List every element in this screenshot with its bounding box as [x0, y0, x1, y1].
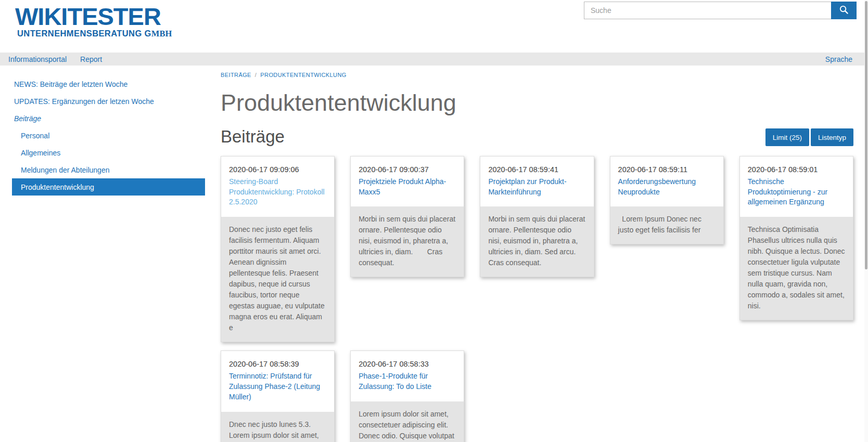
article-excerpt: Dnec nec justo lunes 5.3. Lorem ipsum do… — [221, 412, 334, 442]
breadcrumb-item-beitraege[interactable]: BEITRÄGE — [221, 72, 251, 78]
logo-wordmark: WIKITESTER — [15, 4, 172, 30]
article-excerpt: Lorem ipsum dolor sit amet, consectetuer… — [351, 401, 464, 442]
section-title: Beiträge — [221, 127, 853, 147]
search-box — [584, 2, 857, 19]
article-title-link[interactable]: Technische Produktoptimierung - zur allg… — [748, 177, 845, 208]
article-card: 2020-06-17 09:00:37 Projektziele Produkt… — [350, 156, 464, 278]
search-icon — [839, 5, 849, 16]
breadcrumb-separator: / — [255, 72, 257, 78]
page-title: Produktententwicklung — [221, 89, 853, 116]
article-card: 2020-06-17 08:58:33 Phase-1-Produkte für… — [350, 350, 464, 442]
limit-button[interactable]: Limit (25) — [765, 128, 809, 146]
article-title-link[interactable]: Terminnotiz: Prüfstand für Zulassung Pha… — [229, 371, 326, 402]
sidebar-item-updates[interactable]: UPDATES: Ergänzungen der letzen Woche — [12, 93, 205, 110]
nav-item-informationsportal[interactable]: Informationsportal — [8, 55, 67, 63]
article-excerpt: Morbi in sem quis dui placerat ornare. P… — [351, 206, 464, 277]
article-date: 2020-06-17 08:59:01 — [748, 164, 845, 175]
listtype-button[interactable]: Listentyp — [811, 128, 853, 146]
article-card: 2020-06-17 08:59:11 Anforderungsbewertun… — [610, 156, 724, 245]
top-navbar: Informationsportal Report Sprache — [0, 53, 868, 66]
article-date: 2020-06-17 08:58:39 — [229, 359, 326, 370]
article-excerpt: Morbi in sem quis dui placerat ornare. P… — [480, 206, 593, 277]
company-logo[interactable]: WIKITESTER UNTERNEHMENSBERATUNG GMBH — [15, 3, 172, 39]
article-excerpt: Lorem Ipsum Donec nec justo eget felis f… — [610, 206, 723, 244]
sidebar-item-beitraege[interactable]: Beiträge — [12, 110, 205, 127]
article-date: 2020-06-17 09:00:37 — [359, 164, 456, 175]
article-title-link[interactable]: Steering-Board Produktentwicklung: Proto… — [229, 177, 326, 208]
sidebar-item-allgemeines[interactable]: Allgemeines — [12, 144, 205, 161]
search-button[interactable] — [831, 2, 857, 19]
article-card: 2020-06-17 08:59:01 Technische Produktop… — [739, 156, 853, 321]
article-date: 2020-06-17 08:59:11 — [618, 164, 716, 175]
article-card: 2020-06-17 08:59:41 Projektplan zur Prod… — [480, 156, 594, 278]
sidebar-item-meldungen[interactable]: Meldungen der Abteilungen — [12, 161, 205, 178]
sidebar-navigation: NEWS: Beiträge der letzten Woche UPDATES… — [12, 67, 205, 196]
breadcrumb-item-produktentwicklung[interactable]: PRODUKTENTENTWICKLUNG — [260, 72, 346, 78]
nav-item-sprache[interactable]: Sprache — [825, 55, 852, 63]
scrollbar-thumb[interactable] — [865, 1, 867, 269]
header: WIKITESTER UNTERNEHMENSBERATUNG GMBH — [0, 0, 868, 53]
article-card: 2020-06-17 09:09:06 Steering-Board Produ… — [221, 156, 335, 343]
vertical-scrollbar[interactable] — [864, 0, 868, 442]
breadcrumb: BEITRÄGE/PRODUKTENTENTWICKLUNG — [221, 72, 853, 78]
nav-item-report[interactable]: Report — [80, 55, 102, 63]
sidebar-item-produktentwicklung-active[interactable]: Produktententwicklung — [12, 178, 205, 196]
logo-subtitle: UNTERNEHMENSBERATUNG GMBH — [17, 29, 172, 39]
search-input[interactable] — [584, 2, 831, 19]
logo-subtitle-suffix: MBH — [151, 29, 172, 38]
article-date: 2020-06-17 08:59:41 — [488, 164, 585, 175]
article-date: 2020-06-17 09:09:06 — [229, 164, 326, 175]
article-title-link[interactable]: Projektplan zur Produkt-Markteinführung — [488, 177, 585, 198]
sidebar-item-news[interactable]: NEWS: Beiträge der letzten Woche — [12, 75, 205, 93]
article-card-grid: 2020-06-17 09:09:06 Steering-Board Produ… — [221, 156, 853, 442]
article-date: 2020-06-17 08:58:33 — [359, 359, 456, 370]
article-title-link[interactable]: Anforderungsbewertung Neuprodukte — [618, 177, 716, 198]
list-toolbar: Limit (25) Listentyp — [765, 128, 853, 146]
article-excerpt: Technisca Optimisatia Phasellus ultrices… — [740, 217, 853, 320]
article-excerpt: Donec nec justo eget felis facilisis fer… — [221, 217, 334, 342]
article-title-link[interactable]: Projektziele Produkt Alpha-Maxx5 — [359, 177, 456, 198]
article-title-link[interactable]: Phase-1-Produkte für Zulassung: To do Li… — [359, 371, 456, 392]
article-card: 2020-06-17 08:58:39 Terminnotiz: Prüfsta… — [221, 350, 335, 442]
main-content: BEITRÄGE/PRODUKTENTENTWICKLUNG Produkten… — [221, 67, 853, 442]
sidebar-item-personal[interactable]: Personal — [12, 127, 205, 144]
